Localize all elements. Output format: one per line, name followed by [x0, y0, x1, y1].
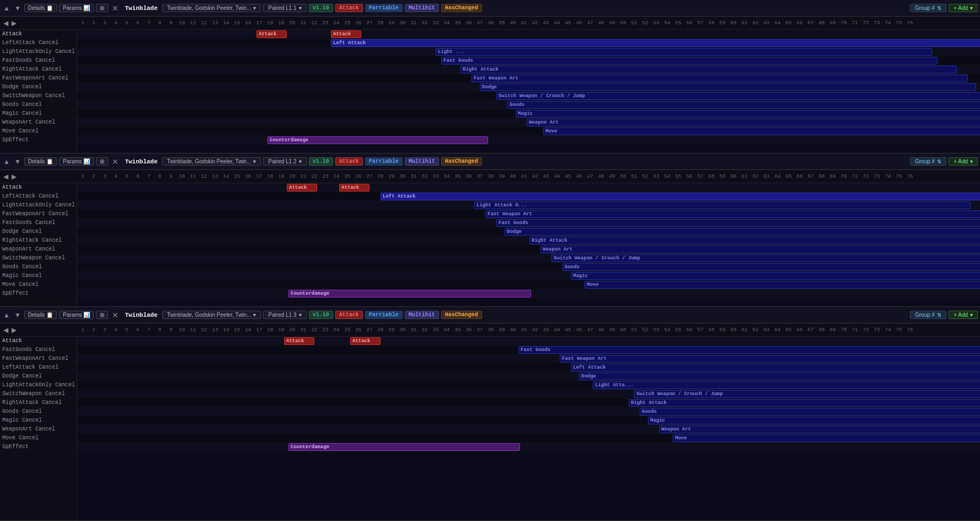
details-btn[interactable]: Details 📋 — [24, 157, 57, 166]
close-btn[interactable]: ✕ — [110, 4, 120, 13]
timeline-block[interactable]: Dodge — [579, 373, 980, 380]
parriable-badge[interactable]: Parriable — [365, 4, 403, 12]
timeline-block[interactable]: Weapon Art — [527, 119, 980, 126]
timeline-block[interactable]: Counterdamage — [288, 443, 520, 451]
timeline-block[interactable]: Weapon Art — [659, 426, 980, 433]
timeline-block[interactable]: Goods — [563, 263, 980, 271]
timeline-block[interactable]: Move — [673, 434, 980, 442]
weapon-dropdown[interactable]: Twinblade, Godskin Peeler, Twin... ▾ — [162, 311, 261, 319]
timeline-tracks[interactable]: AttackAttackLeft AttackLight Attack O...… — [77, 183, 980, 306]
version-badge[interactable]: v1.10 — [309, 157, 333, 166]
timeline-block[interactable]: Counterdamage — [267, 136, 488, 144]
params-btn[interactable]: Params 📊 — [59, 4, 94, 12]
timeline-block[interactable]: Left Attack — [331, 39, 980, 47]
ruler-prev-btn[interactable]: ◀ — [2, 173, 9, 180]
timeline-block[interactable]: Right Attack — [529, 237, 980, 244]
details-btn[interactable]: Details 📋 — [24, 311, 57, 319]
paired-dropdown[interactable]: Paired L1 1 ▾ — [263, 4, 306, 12]
timeline-block[interactable]: Attack — [284, 337, 314, 345]
timeline-block[interactable]: Switch Weapon / Crouch / Jump — [551, 254, 980, 262]
ruler-next-btn[interactable]: ▶ — [10, 326, 18, 334]
parriable-badge[interactable]: Parriable — [365, 157, 403, 166]
timeline-block[interactable]: Right Attack — [629, 399, 980, 407]
multihit-badge[interactable]: Multihit — [405, 157, 439, 166]
group-btn[interactable]: Group # ⇅ — [910, 311, 946, 319]
timeline-block[interactable]: Light Attack O... — [474, 201, 971, 209]
add-btn[interactable]: + Add ▾ — [949, 157, 978, 166]
parriable-badge[interactable]: Parriable — [365, 311, 403, 319]
timeline-block[interactable]: Dodge — [505, 228, 980, 236]
weapon-dropdown[interactable]: Twinblade, Godskin Peeler, Twin... ▾ — [162, 4, 261, 12]
timeline-block[interactable]: Fast Weapon Art — [485, 210, 980, 218]
collapse-up-btn[interactable]: ▲ — [2, 4, 11, 12]
ruler-num: 76 — [904, 174, 915, 179]
grid-btn[interactable]: ⊞ — [96, 4, 108, 12]
collapse-down-btn[interactable]: ▼ — [13, 4, 22, 12]
timeline-block[interactable]: Attack — [331, 30, 361, 38]
ruler-num: 64 — [772, 327, 783, 333]
haschanged-badge[interactable]: HasChanged — [441, 4, 482, 12]
timeline-block[interactable]: Dodge — [480, 83, 976, 91]
timeline-block[interactable]: Right Attack — [460, 66, 957, 73]
timeline-block[interactable]: Move — [543, 127, 980, 135]
collapse-up-btn[interactable]: ▲ — [2, 311, 11, 319]
attack-badge[interactable]: Attack — [335, 4, 363, 12]
ruler-num: 52 — [640, 174, 651, 179]
group-btn[interactable]: Group # ⇅ — [910, 157, 946, 166]
haschanged-badge[interactable]: HasChanged — [441, 311, 482, 319]
version-badge[interactable]: v1.10 — [309, 311, 333, 319]
collapse-up-btn[interactable]: ▲ — [2, 158, 11, 166]
timeline-block[interactable]: Switch Weapon / Crouch / Jump — [496, 92, 980, 100]
timeline-block[interactable]: Fast Weapon Art — [472, 75, 968, 82]
timeline-block[interactable]: Weapon Art — [540, 246, 980, 253]
multihit-badge[interactable]: Multihit — [405, 4, 439, 12]
params-btn[interactable]: Params 📊 — [59, 157, 94, 166]
timeline-block[interactable]: Fast Goods — [441, 57, 938, 65]
timeline-block[interactable]: Magic — [648, 417, 980, 424]
weapon-dropdown[interactable]: Twinblade, Godskin Peeler, Twin... ▾ — [162, 157, 261, 166]
details-btn[interactable]: Details 📋 — [24, 4, 57, 12]
timeline-block[interactable]: Fast Goods — [496, 219, 980, 227]
timeline-block[interactable]: Goods — [640, 408, 980, 416]
paired-dropdown[interactable]: Paired L1 2 ▾ — [263, 157, 306, 166]
ruler-prev-btn[interactable]: ◀ — [2, 326, 9, 334]
timeline-tracks[interactable]: AttackAttackFast GoodsFast Weapon ArtLef… — [77, 337, 980, 520]
timeline-block[interactable]: Counterdamage — [288, 290, 531, 297]
panel-header: ▲ ▼ Details 📋 Params 📊 ⊞ ✕ Twinblade Twi… — [0, 307, 980, 323]
timeline-block[interactable]: Attack — [287, 184, 317, 192]
ruler-next-btn[interactable]: ▶ — [10, 173, 18, 180]
version-badge[interactable]: v1.10 — [309, 4, 333, 12]
timeline-block[interactable]: Magic — [516, 110, 980, 118]
multihit-badge[interactable]: Multihit — [405, 311, 439, 319]
timeline-block[interactable]: Light Atta... — [593, 381, 980, 389]
timeline-block[interactable]: Move — [585, 281, 980, 289]
params-btn[interactable]: Params 📊 — [59, 311, 94, 319]
timeline-block[interactable]: Attack — [339, 184, 369, 192]
timeline-block[interactable]: Switch Weapon / Crouch / Jump — [634, 390, 980, 398]
collapse-down-btn[interactable]: ▼ — [13, 158, 22, 166]
timeline-block[interactable]: Fast Goods — [518, 346, 980, 354]
timeline-block[interactable]: Magic — [571, 272, 980, 280]
paired-dropdown[interactable]: Paired L1 3 ▾ — [263, 311, 306, 319]
close-btn[interactable]: ✕ — [110, 157, 120, 166]
haschanged-badge[interactable]: HasChanged — [441, 157, 482, 166]
close-btn[interactable]: ✕ — [110, 311, 120, 320]
ruler-next-btn[interactable]: ▶ — [10, 19, 18, 27]
timeline-block[interactable]: Left Attack — [571, 364, 980, 371]
attack-badge[interactable]: Attack — [335, 157, 363, 166]
timeline-block[interactable]: Attack — [350, 337, 381, 345]
add-btn[interactable]: + Add ▾ — [949, 4, 978, 12]
add-btn[interactable]: + Add ▾ — [949, 311, 978, 319]
timeline-block[interactable]: Left Attack — [381, 193, 980, 200]
timeline-block[interactable]: Attack — [256, 30, 287, 38]
collapse-down-btn[interactable]: ▼ — [13, 311, 22, 319]
group-btn[interactable]: Group # ⇅ — [910, 4, 946, 12]
ruler-prev-btn[interactable]: ◀ — [2, 19, 9, 27]
timeline-block[interactable]: Goods — [507, 101, 980, 109]
timeline-block[interactable]: Fast Weapon Art — [560, 355, 980, 363]
attack-badge[interactable]: Attack — [335, 311, 363, 319]
timeline-block[interactable]: Light ... — [436, 48, 932, 56]
grid-btn[interactable]: ⊞ — [96, 311, 108, 319]
grid-btn[interactable]: ⊞ — [96, 157, 108, 166]
timeline-tracks[interactable]: AttackAttackLeft AttackLight ...Fast Goo… — [77, 30, 980, 153]
